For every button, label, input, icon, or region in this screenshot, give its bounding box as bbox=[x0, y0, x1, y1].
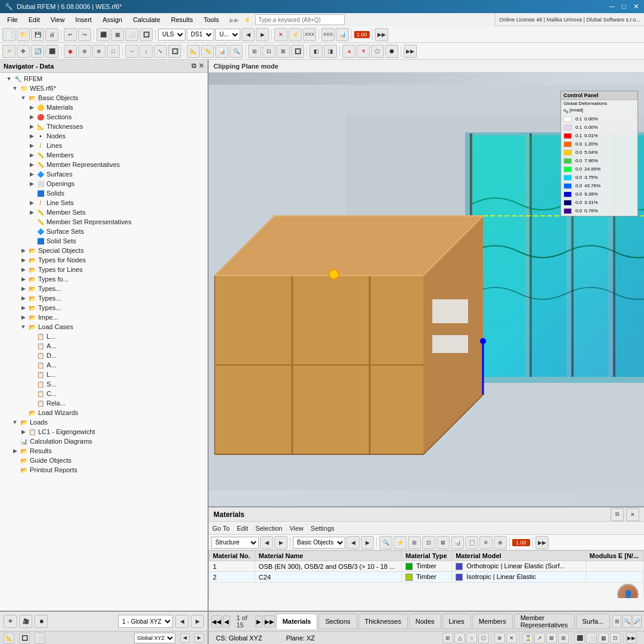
tree-load-item-6[interactable]: ▶ 📋 S... bbox=[0, 379, 208, 389]
tree-types-lines[interactable]: ▶ 📂 Types for Lines bbox=[0, 265, 208, 274]
status-icon-1[interactable]: 📐 bbox=[4, 633, 14, 643]
redo-btn[interactable]: ↪ bbox=[78, 28, 91, 41]
member-rep-arrow[interactable]: ▶ bbox=[27, 162, 36, 168]
tree-types-solids[interactable]: ▶ 📂 Types... bbox=[0, 303, 208, 312]
tab-nodes[interactable]: Nodes bbox=[409, 614, 441, 629]
view-btn3[interactable]: ⬜ bbox=[125, 28, 138, 41]
mat-restore-btn[interactable]: ⧉ bbox=[611, 508, 624, 521]
tree-guide-objects[interactable]: ▶ 📂 Guide Objects bbox=[0, 456, 208, 465]
sb-icon-4[interactable]: ⬡ bbox=[478, 633, 489, 643]
sb-icon-5[interactable]: ⊗ bbox=[494, 633, 505, 643]
mat-col5-btn[interactable]: 📋 bbox=[465, 536, 478, 549]
tree-special-objects[interactable]: ▶ 📂 Special Objects bbox=[0, 246, 208, 255]
tree-printout-reports[interactable]: ▶ 📂 Printout Reports bbox=[0, 465, 208, 475]
tb2-btn4[interactable]: ⬛ bbox=[45, 45, 58, 58]
rfem-arrow[interactable]: ▼ bbox=[5, 76, 13, 82]
status-icon-2[interactable]: 🔲 bbox=[19, 633, 30, 643]
table-row[interactable]: 2 C24 Timber Isotropic | Linear Elastic bbox=[209, 572, 644, 583]
view-btn1[interactable]: ⬛ bbox=[97, 28, 110, 41]
u-combo[interactable]: U... bbox=[215, 29, 240, 41]
tab-surfa[interactable]: Surfa... bbox=[576, 614, 610, 629]
tree-surfaces[interactable]: ▶ 🔷 Surfaces bbox=[0, 169, 208, 179]
tb2-btn7[interactable]: ⊗ bbox=[92, 45, 106, 58]
close-btn[interactable]: ✕ bbox=[633, 2, 639, 11]
mat-nav-next[interactable]: ▶ bbox=[274, 536, 287, 549]
member-sets-arrow[interactable]: ▶ bbox=[27, 209, 36, 215]
mat-nav-prev[interactable]: ◀ bbox=[260, 536, 273, 549]
tree-load-item-7[interactable]: ▶ 📋 C... bbox=[0, 389, 208, 398]
new-btn[interactable]: 📄 bbox=[2, 28, 16, 41]
tree-load-item-1[interactable]: ▶ 📋 L... bbox=[0, 332, 208, 341]
mat-menu-goto[interactable]: Go To bbox=[212, 525, 230, 532]
coord-left[interactable]: ◀ bbox=[180, 633, 190, 643]
mat-combo-next[interactable]: ▶ bbox=[361, 536, 374, 549]
table-row[interactable]: 1 OSB (EN 300), OSB/2 and OSB/3 (> 10 - … bbox=[209, 561, 644, 572]
sb-icon-11[interactable]: ⬛ bbox=[574, 633, 585, 643]
tb2-btn23[interactable]: 🔺 bbox=[342, 45, 355, 58]
mat-search-btn[interactable]: 🔍 bbox=[379, 536, 392, 549]
tree-member-representatives[interactable]: ▶ 📏 Member Representatives bbox=[0, 160, 208, 169]
tree-load-item-8[interactable]: ▶ 📋 Rela... bbox=[0, 398, 208, 408]
sb-icon-13[interactable]: ▦ bbox=[598, 633, 609, 643]
tree-loads[interactable]: ▼ 📂 Loads bbox=[0, 417, 208, 427]
coord-system-combo[interactable]: Global XYZ bbox=[134, 633, 175, 643]
thicknesses-arrow[interactable]: ▶ bbox=[27, 123, 36, 129]
tree-solids[interactable]: ▶ 🟦 Solids bbox=[0, 188, 208, 198]
tab-thicknesses[interactable]: Thicknesses bbox=[358, 614, 408, 629]
zoom-out-btn[interactable]: 🔎 bbox=[633, 615, 642, 628]
sb-icon-7[interactable]: ⌛ bbox=[522, 633, 533, 643]
tb2-btn3[interactable]: 🔄 bbox=[31, 45, 44, 58]
tree-types-nodes[interactable]: ▶ 📂 Types for Nodes bbox=[0, 255, 208, 265]
tree-load-item-5[interactable]: ▶ 📋 L... bbox=[0, 370, 208, 379]
mat-menu-settings[interactable]: Settings bbox=[311, 525, 335, 532]
tree-types-surfaces[interactable]: ▶ 📂 Types... bbox=[0, 293, 208, 303]
tree-load-item-4[interactable]: ▶ 📋 A... bbox=[0, 360, 208, 370]
tree-basic-objects[interactable]: ▼ 📂 Basic Objects bbox=[0, 93, 208, 103]
tree-load-wizards[interactable]: ▶ 📂 Load Wizards bbox=[0, 408, 208, 417]
tb2-btn8[interactable]: □ bbox=[107, 45, 120, 58]
mat-col2-btn[interactable]: ⊡ bbox=[422, 536, 435, 549]
tb2-btn10[interactable]: ↕ bbox=[140, 45, 153, 58]
nodes-arrow[interactable]: ▶ bbox=[27, 133, 36, 139]
mat-menu-edit[interactable]: Edit bbox=[237, 525, 248, 532]
camera-btn[interactable]: 🎥 bbox=[19, 615, 32, 628]
global-xyz-combo[interactable]: 1 - Global XYZ bbox=[118, 615, 173, 628]
sb-icon-3[interactable]: ○ bbox=[466, 633, 477, 643]
coord-right[interactable]: ▶ bbox=[194, 633, 204, 643]
undo-btn[interactable]: ↩ bbox=[64, 28, 77, 41]
nav-last-btn[interactable]: ▶▶ bbox=[264, 615, 275, 627]
mat-close-btn[interactable]: ✕ bbox=[626, 508, 639, 521]
tree-thicknesses[interactable]: ▶ 📐 Thicknesses bbox=[0, 122, 208, 131]
tb2-btn14[interactable]: 📏 bbox=[201, 45, 214, 58]
nav-right[interactable]: ▶ bbox=[256, 28, 269, 41]
menu-tools[interactable]: Tools bbox=[199, 15, 224, 24]
lines-arrow[interactable]: ▶ bbox=[27, 143, 36, 148]
save-btn[interactable]: 💾 bbox=[31, 28, 44, 41]
misc-btn2[interactable]: 📊 bbox=[336, 28, 349, 41]
sb-icon-1[interactable]: ⊞ bbox=[442, 633, 453, 643]
run-btn[interactable]: ⚡ bbox=[289, 28, 302, 41]
mat-combo-prev[interactable]: ◀ bbox=[346, 536, 360, 549]
mat-col3-btn[interactable]: ⊠ bbox=[436, 536, 450, 549]
minimize-btn[interactable]: ─ bbox=[609, 2, 615, 11]
view-btn2[interactable]: ▦ bbox=[111, 28, 124, 41]
tb2-btn21[interactable]: ◧ bbox=[309, 45, 323, 58]
mat-col6-btn[interactable]: ✕ bbox=[479, 536, 493, 549]
mat-end-btn[interactable]: ▶▶ bbox=[535, 536, 549, 549]
tree-load-item-3[interactable]: ▶ 📋 D... bbox=[0, 351, 208, 360]
maximize-btn[interactable]: □ bbox=[622, 2, 626, 11]
tree-materials[interactable]: ▶ 🟡 Materials bbox=[0, 103, 208, 112]
nav-next-btn[interactable]: ▶ bbox=[255, 615, 262, 627]
tb2-btn12[interactable]: 🔲 bbox=[168, 45, 181, 58]
sb-icon-8[interactable]: ↗ bbox=[534, 633, 545, 643]
tree-results[interactable]: ▶ 📂 Results bbox=[0, 446, 208, 456]
tb2-btn26[interactable]: ⬢ bbox=[385, 45, 398, 58]
mat-col1-btn[interactable]: ⊞ bbox=[408, 536, 421, 549]
tree-we5[interactable]: ▼ 📁 WE5.rf6* bbox=[0, 83, 208, 93]
we5-arrow[interactable]: ▼ bbox=[11, 85, 19, 91]
materials-arrow[interactable]: ▶ bbox=[27, 104, 36, 110]
tree-solid-sets[interactable]: ▶ 🟦 Solid Sets bbox=[0, 236, 208, 246]
tree-types-members2[interactable]: ▶ 📂 Types... bbox=[0, 284, 208, 293]
tree-openings[interactable]: ▶ ⬜ Openings bbox=[0, 179, 208, 188]
search-input[interactable] bbox=[255, 14, 345, 25]
